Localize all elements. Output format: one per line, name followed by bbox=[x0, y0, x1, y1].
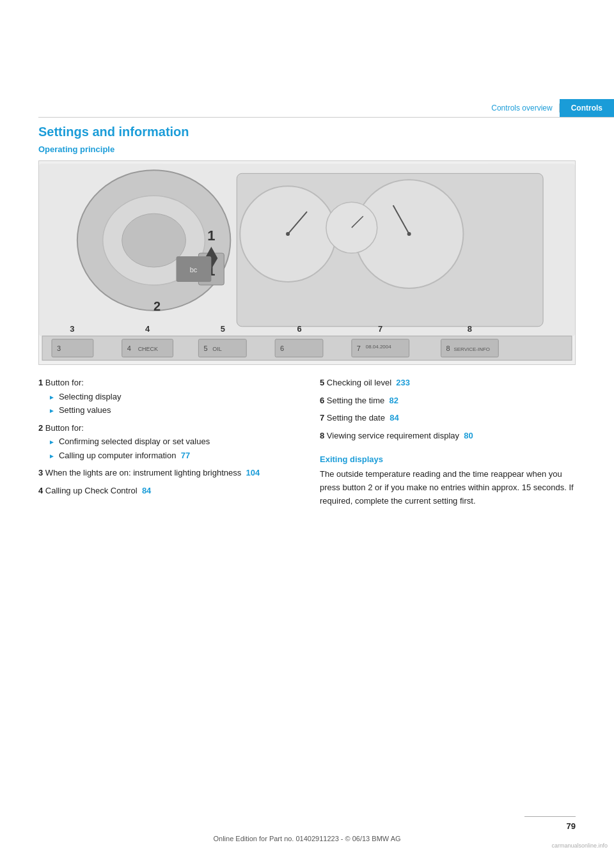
svg-text:7: 7 bbox=[378, 324, 382, 334]
sub-item-text: Confirming selected display or set value… bbox=[59, 435, 210, 448]
triangle-icon: ► bbox=[49, 406, 55, 415]
svg-text:CHECK: CHECK bbox=[138, 346, 158, 352]
svg-text:5: 5 bbox=[203, 345, 207, 352]
list-item: 5 Checking oil level 233 bbox=[320, 376, 576, 389]
item-number: 4 bbox=[38, 486, 43, 495]
svg-text:OIL: OIL bbox=[212, 346, 221, 352]
page-number: 79 bbox=[567, 821, 576, 831]
svg-text:4: 4 bbox=[127, 345, 131, 352]
item-label: Checking oil level 233 bbox=[327, 378, 410, 387]
item-number: 6 bbox=[320, 396, 324, 405]
top-rule bbox=[38, 117, 614, 118]
footer: Online Edition for Part no. 01402911223 … bbox=[0, 835, 614, 842]
svg-text:bc: bc bbox=[190, 266, 198, 274]
section-title: Settings and information bbox=[38, 125, 576, 139]
footer-rule bbox=[524, 816, 576, 817]
sub-item: ► Setting values bbox=[49, 404, 294, 417]
page-ref: 84 bbox=[142, 486, 151, 495]
svg-point-7 bbox=[326, 202, 377, 253]
list-item: 3 When the lights are on: instrument lig… bbox=[38, 467, 294, 479]
dashboard-svg: 1 1 2 bc 3 4 CHECK 5 OIL 6 bbox=[39, 161, 575, 364]
svg-text:3: 3 bbox=[57, 345, 61, 352]
sub-item: ► Calling up computer information 77 bbox=[49, 449, 294, 462]
svg-text:6: 6 bbox=[297, 324, 301, 334]
list-item: 4 Calling up Check Control 84 bbox=[38, 484, 294, 497]
sub-title: Operating principle bbox=[38, 144, 576, 154]
page-content: Settings and information Operating princ… bbox=[38, 125, 576, 804]
page-ref: 80 bbox=[464, 431, 473, 440]
page-ref: 77 bbox=[181, 451, 190, 460]
item-number: 5 bbox=[320, 378, 324, 387]
item-label: Setting the time 82 bbox=[327, 396, 398, 405]
svg-text:6: 6 bbox=[280, 345, 284, 352]
sub-item: ► Confirming selected display or set val… bbox=[49, 435, 294, 448]
svg-text:SERVICE-INFO: SERVICE-INFO bbox=[453, 346, 490, 352]
item-label: Button for: bbox=[45, 378, 84, 387]
header-bar: Controls overview Controls bbox=[491, 99, 614, 117]
item-label: Setting the date 84 bbox=[327, 413, 399, 422]
triangle-icon: ► bbox=[49, 451, 55, 461]
svg-point-11 bbox=[286, 232, 290, 236]
list-item: 1 Button for: ► Selecting display ► Sett… bbox=[38, 376, 294, 417]
page-ref: 233 bbox=[396, 378, 410, 387]
two-col-content: 1 Button for: ► Selecting display ► Sett… bbox=[38, 376, 576, 508]
item-label: When the lights are on: instrument light… bbox=[45, 468, 260, 477]
item-number: 8 bbox=[320, 431, 324, 440]
svg-text:4: 4 bbox=[145, 324, 150, 334]
breadcrumb-right: Controls bbox=[560, 99, 614, 117]
list-item: 7 Setting the date 84 bbox=[320, 412, 576, 424]
exiting-displays-body: The outside temperature reading and the … bbox=[320, 468, 576, 508]
list-item: 2 Button for: ► Confirming selected disp… bbox=[38, 422, 294, 462]
item-label: Viewing service requirement display 80 bbox=[327, 431, 473, 440]
footer-text: Online Edition for Part no. 01402911223 … bbox=[213, 835, 400, 842]
page-ref: 82 bbox=[389, 396, 398, 405]
list-item: 8 Viewing service requirement display 80 bbox=[320, 430, 576, 442]
breadcrumb-left: Controls overview bbox=[491, 104, 559, 112]
exiting-displays-title: Exiting displays bbox=[320, 454, 576, 464]
svg-text:2: 2 bbox=[154, 299, 161, 313]
sub-item: ► Selecting display bbox=[49, 391, 294, 403]
watermark: carmanualsonline.info bbox=[551, 842, 608, 849]
svg-text:3: 3 bbox=[70, 324, 74, 334]
col-right: 5 Checking oil level 233 6 Setting the t… bbox=[320, 376, 576, 508]
item-number: 1 bbox=[38, 378, 43, 387]
sub-item-text: Calling up computer information 77 bbox=[59, 449, 190, 462]
list-item: 6 Setting the time 82 bbox=[320, 394, 576, 407]
svg-text:7: 7 bbox=[357, 345, 361, 352]
sub-item-text: Setting values bbox=[59, 404, 111, 417]
dashboard-image: 1 1 2 bc 3 4 CHECK 5 OIL 6 bbox=[38, 160, 576, 365]
page-ref: 104 bbox=[246, 468, 260, 477]
svg-text:5: 5 bbox=[221, 324, 225, 334]
item-number: 7 bbox=[320, 413, 324, 422]
triangle-icon: ► bbox=[49, 437, 55, 447]
svg-text:08.04.2004: 08.04.2004 bbox=[366, 344, 391, 350]
item-number: 2 bbox=[38, 423, 43, 433]
svg-point-12 bbox=[407, 232, 411, 236]
item-number: 3 bbox=[38, 468, 43, 477]
triangle-icon: ► bbox=[49, 392, 55, 402]
svg-text:8: 8 bbox=[446, 345, 450, 352]
item-label: Button for: bbox=[45, 423, 84, 433]
svg-text:8: 8 bbox=[468, 324, 472, 334]
col-left: 1 Button for: ► Selecting display ► Sett… bbox=[38, 376, 294, 508]
item-label: Calling up Check Control 84 bbox=[45, 486, 152, 495]
svg-text:1: 1 bbox=[207, 228, 215, 244]
sub-item-text: Selecting display bbox=[59, 391, 122, 403]
page-ref: 84 bbox=[390, 413, 398, 422]
exiting-displays-section: Exiting displays The outside temperature… bbox=[320, 454, 576, 508]
